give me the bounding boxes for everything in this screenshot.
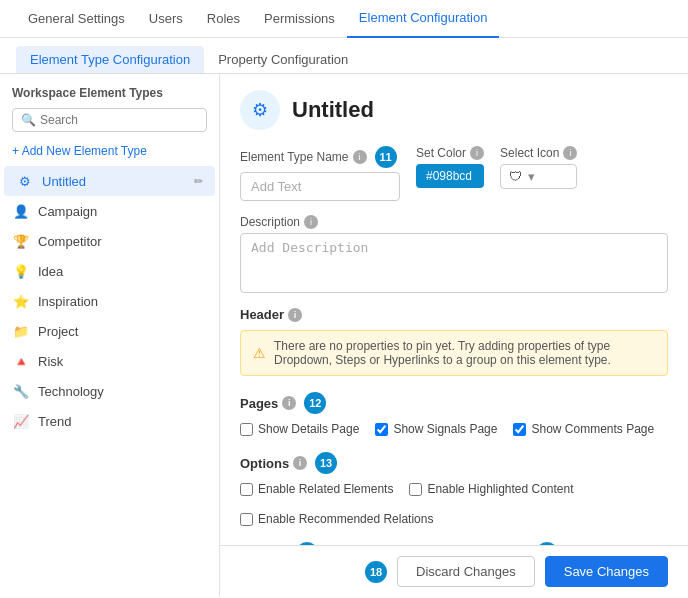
warning-icon: ⚠ [253, 345, 266, 361]
element-type-icon: ⚙ [252, 99, 268, 121]
set-color-info-icon[interactable]: i [470, 146, 484, 160]
pages-info-icon[interactable]: i [282, 396, 296, 410]
sidebar-item-technology[interactable]: 🔧 Technology [0, 376, 219, 406]
show-comments-page-input[interactable] [513, 423, 526, 436]
options-checkboxes: Enable Related Elements Enable Highlight… [240, 482, 668, 526]
tab-element-type-config[interactable]: Element Type Configuration [16, 46, 204, 73]
sidebar-item-label-risk: Risk [38, 354, 207, 369]
options-section: Options i 13 Enable Related Elements Ena… [240, 452, 668, 526]
risk-icon: 🔺 [12, 352, 30, 370]
header-info-banner: ⚠ There are no properties to pin yet. Tr… [240, 330, 668, 376]
discard-changes-button[interactable]: Discard Changes [397, 556, 535, 587]
sidebar-item-untitled[interactable]: ⚙ Untitled ✏ [4, 166, 215, 196]
search-input[interactable] [40, 113, 198, 127]
pages-section: Pages i 12 Show Details Page Show Signal… [240, 392, 668, 436]
sidebar-item-competitor[interactable]: 🏆 Competitor [0, 226, 219, 256]
set-color-label: Set Color i [416, 146, 484, 160]
show-signals-page-input[interactable] [375, 423, 388, 436]
enable-recommended-relations-label: Enable Recommended Relations [258, 512, 433, 526]
add-new-element-type[interactable]: + Add New Element Type [0, 140, 219, 166]
tab-property-config[interactable]: Property Configuration [204, 46, 362, 73]
element-icon-circle: ⚙ [240, 90, 280, 130]
element-type-name-group: Element Type Name i 11 [240, 146, 400, 201]
element-header-row: ⚙ Untitled [240, 90, 668, 130]
sidebar-item-label-trend: Trend [38, 414, 207, 429]
options-section-title: Options i 13 [240, 452, 668, 474]
sidebar-item-campaign[interactable]: 👤 Campaign [0, 196, 219, 226]
untitled-icon: ⚙ [16, 172, 34, 190]
form-row-1: Element Type Name i 11 Set Color i #098b… [240, 146, 668, 201]
search-box[interactable]: 🔍 [12, 108, 207, 132]
content-area: ⚙ Untitled Element Type Name i 11 Set Co… [220, 74, 688, 545]
pages-checkboxes: Show Details Page Show Signals Page Show… [240, 422, 668, 436]
sidebar-title: Workspace Element Types [0, 86, 219, 108]
footer: 18 Discard Changes Save Changes [220, 545, 688, 597]
element-types-sidebar: Workspace Element Types 🔍 + Add New Elem… [0, 74, 220, 597]
color-badge[interactable]: #098bcd [416, 164, 484, 188]
pages-section-title: Pages i 12 [240, 392, 668, 414]
nav-general-settings[interactable]: General Settings [16, 0, 137, 38]
main-layout: Workspace Element Types 🔍 + Add New Elem… [0, 74, 688, 597]
show-details-page-checkbox[interactable]: Show Details Page [240, 422, 359, 436]
header-info-icon[interactable]: i [288, 308, 302, 322]
project-icon: 📁 [12, 322, 30, 340]
sidebar-item-label-campaign: Campaign [38, 204, 207, 219]
description-input[interactable] [240, 233, 668, 293]
nav-roles[interactable]: Roles [195, 0, 252, 38]
inspiration-icon: ⭐ [12, 292, 30, 310]
step-badge-18: 18 [365, 561, 387, 583]
sidebar-item-trend[interactable]: 📈 Trend [0, 406, 219, 436]
select-icon-info-icon[interactable]: i [563, 146, 577, 160]
description-info-icon[interactable]: i [304, 215, 318, 229]
edit-icon[interactable]: ✏ [194, 175, 203, 188]
set-color-group: Set Color i #098bcd [416, 146, 484, 188]
step-badge-13: 13 [315, 452, 337, 474]
show-signals-page-checkbox[interactable]: Show Signals Page [375, 422, 497, 436]
search-icon: 🔍 [21, 113, 36, 127]
select-icon-label: Select Icon i [500, 146, 577, 160]
sidebar-item-label-untitled: Untitled [42, 174, 194, 189]
sidebar-item-idea[interactable]: 💡 Idea [0, 256, 219, 286]
step-badge-11: 11 [375, 146, 397, 168]
sidebar-item-label-competitor: Competitor [38, 234, 207, 249]
nav-element-configuration[interactable]: Element Configuration [347, 0, 500, 38]
element-type-name-input[interactable] [240, 172, 400, 201]
sidebar-item-inspiration[interactable]: ⭐ Inspiration [0, 286, 219, 316]
header-section: Header i ⚠ There are no properties to pi… [240, 307, 668, 376]
nav-permissions[interactable]: Permissions [252, 0, 347, 38]
sub-nav: Element Type Configuration Property Conf… [0, 38, 688, 74]
description-group: Description i [240, 215, 668, 293]
sidebar-item-label-inspiration: Inspiration [38, 294, 207, 309]
description-label: Description i [240, 215, 668, 229]
enable-related-elements-checkbox[interactable]: Enable Related Elements [240, 482, 393, 496]
enable-recommended-relations-checkbox[interactable]: Enable Recommended Relations [240, 512, 433, 526]
show-details-page-label: Show Details Page [258, 422, 359, 436]
sidebar-item-label-project: Project [38, 324, 207, 339]
show-signals-page-label: Show Signals Page [393, 422, 497, 436]
selected-icon: 🛡 [509, 169, 522, 184]
idea-icon: 💡 [12, 262, 30, 280]
save-changes-button[interactable]: Save Changes [545, 556, 668, 587]
technology-icon: 🔧 [12, 382, 30, 400]
enable-related-elements-label: Enable Related Elements [258, 482, 393, 496]
icon-select-button[interactable]: 🛡 ▾ [500, 164, 577, 189]
enable-highlighted-content-checkbox[interactable]: Enable Highlighted Content [409, 482, 573, 496]
sidebar-item-project[interactable]: 📁 Project [0, 316, 219, 346]
campaign-icon: 👤 [12, 202, 30, 220]
sidebar-item-risk[interactable]: 🔺 Risk [0, 346, 219, 376]
options-info-icon[interactable]: i [293, 456, 307, 470]
element-type-name-info-icon[interactable]: i [353, 150, 367, 164]
enable-highlighted-content-label: Enable Highlighted Content [427, 482, 573, 496]
sidebar-item-label-idea: Idea [38, 264, 207, 279]
show-details-page-input[interactable] [240, 423, 253, 436]
enable-highlighted-content-input[interactable] [409, 483, 422, 496]
header-section-title: Header i [240, 307, 668, 322]
show-comments-page-label: Show Comments Page [531, 422, 654, 436]
nav-users[interactable]: Users [137, 0, 195, 38]
enable-related-elements-input[interactable] [240, 483, 253, 496]
element-title: Untitled [292, 97, 374, 123]
header-banner-text: There are no properties to pin yet. Try … [274, 339, 655, 367]
element-type-name-label: Element Type Name i 11 [240, 146, 400, 168]
enable-recommended-relations-input[interactable] [240, 513, 253, 526]
show-comments-page-checkbox[interactable]: Show Comments Page [513, 422, 654, 436]
